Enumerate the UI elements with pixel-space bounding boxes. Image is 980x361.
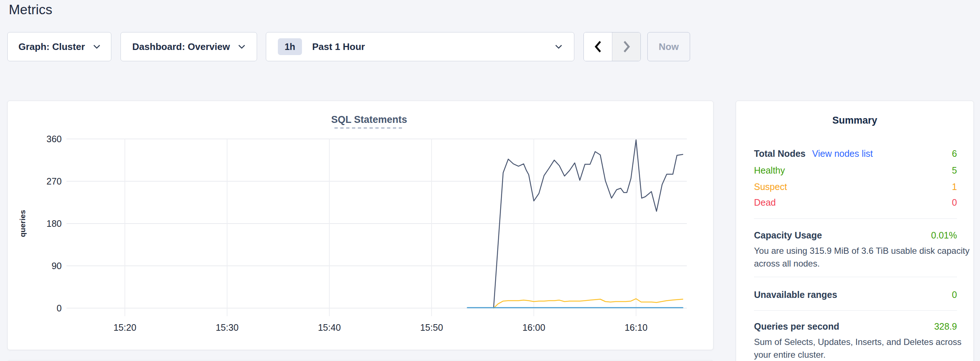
metrics-page: Metrics Graph: Cluster Dashboard: Overvi… (0, 0, 980, 361)
total-nodes-value: 6 (952, 149, 957, 159)
suspect-value: 1 (952, 182, 957, 192)
total-nodes-row: Total Nodes View nodes list 6 (754, 147, 957, 160)
total-nodes-label: Total Nodes (754, 149, 805, 159)
sql-statements-chart[interactable]: 09018027036015:2015:3015:4015:5016:0016:… (8, 101, 714, 350)
time-pager (584, 32, 641, 61)
summary-heading: Summary (736, 115, 974, 126)
dashboard-selector-label: Dashboard: Overview (132, 41, 230, 52)
svg-text:90: 90 (51, 261, 62, 271)
svg-text:270: 270 (46, 176, 62, 186)
suspect-label: Suspect (754, 182, 787, 192)
queries-per-second-row: Queries per second 328.9 (754, 320, 957, 333)
chevron-down-icon (93, 44, 100, 49)
time-window-badge: 1h (278, 38, 302, 55)
svg-text:SQL Statements: SQL Statements (331, 114, 407, 125)
healthy-label: Healthy (754, 165, 785, 176)
svg-text:16:10: 16:10 (625, 322, 648, 332)
dashboard-selector-dropdown[interactable]: Dashboard: Overview (121, 32, 257, 61)
summary-divider (754, 310, 957, 311)
chevron-right-icon (622, 40, 631, 53)
svg-text:180: 180 (46, 218, 62, 229)
svg-text:360: 360 (46, 134, 62, 144)
svg-text:16:00: 16:00 (522, 322, 546, 332)
time-range-dropdown[interactable]: 1h Past 1 Hour (266, 32, 574, 61)
unavailable-ranges-row: Unavailable ranges 0 (754, 288, 957, 301)
time-range-label: Past 1 Hour (312, 41, 365, 52)
now-button[interactable]: Now (648, 32, 690, 61)
capacity-usage-label: Capacity Usage (754, 230, 822, 241)
unavailable-ranges-value: 0 (952, 290, 957, 300)
summary-divider (754, 218, 957, 219)
view-nodes-list-link[interactable]: View nodes list (812, 149, 873, 159)
suspect-nodes-row: Suspect 1 (754, 180, 957, 193)
capacity-usage-value: 0.01% (931, 230, 957, 241)
chevron-down-icon (238, 44, 245, 49)
unavailable-ranges-label: Unavailable ranges (754, 290, 837, 300)
svg-text:15:40: 15:40 (318, 322, 341, 332)
capacity-usage-description: You are using 315.9 MiB of 3.6 TiB usabl… (754, 244, 970, 270)
graph-selector-dropdown[interactable]: Graph: Cluster (7, 32, 111, 61)
dead-value: 0 (952, 197, 957, 208)
svg-text:0: 0 (57, 303, 62, 313)
svg-text:15:50: 15:50 (420, 322, 443, 332)
page-title: Metrics (9, 2, 52, 17)
queries-per-second-label: Queries per second (754, 321, 839, 332)
queries-per-second-value: 328.9 (934, 321, 957, 332)
svg-text:15:20: 15:20 (113, 322, 137, 332)
summary-divider (754, 277, 957, 277)
sql-statements-chart-card: 09018027036015:2015:3015:4015:5016:0016:… (7, 101, 713, 350)
chevron-left-icon (594, 40, 602, 53)
healthy-value: 5 (952, 165, 957, 176)
queries-per-second-description: Sum of Selects, Updates, Inserts, and De… (754, 336, 970, 361)
dead-nodes-row: Dead 0 (754, 196, 957, 209)
next-time-button[interactable] (612, 32, 640, 61)
summary-panel: Summary Total Nodes View nodes list 6 He… (736, 101, 974, 361)
svg-text:15:30: 15:30 (216, 322, 239, 332)
graph-selector-label: Graph: Cluster (18, 41, 85, 52)
healthy-nodes-row: Healthy 5 (754, 164, 957, 177)
capacity-usage-row: Capacity Usage 0.01% (754, 229, 957, 242)
svg-text:queries: queries (18, 210, 27, 238)
dead-label: Dead (754, 197, 776, 208)
prev-time-button[interactable] (584, 32, 612, 61)
chevron-down-icon (555, 44, 562, 49)
